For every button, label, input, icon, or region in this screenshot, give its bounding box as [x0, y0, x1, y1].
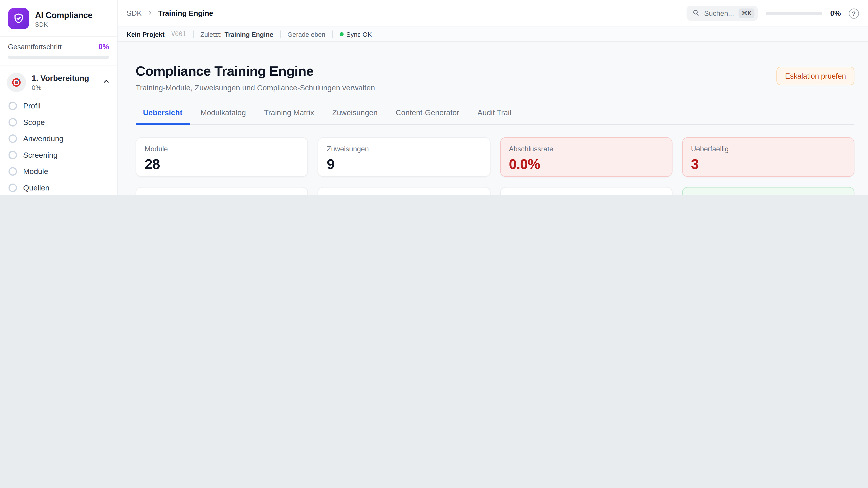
radio-circle-icon — [8, 184, 17, 192]
tab-training-matrix[interactable]: Training Matrix — [256, 103, 321, 125]
radio-circle-icon — [8, 134, 17, 143]
sync-ok-dot-icon — [340, 32, 344, 36]
shield-check-icon — [8, 8, 29, 29]
check-escalation-button[interactable]: Eskalation pruefen — [777, 67, 855, 86]
stat-card-in-bearbeitung: In Bearbeitung 0 — [318, 187, 490, 195]
header-progress-value: 0% — [830, 9, 841, 18]
page-content: Compliance Training Engine Training-Modu… — [118, 42, 868, 195]
sync-status: Sync OK — [340, 31, 372, 37]
app-window: AI Compliance SDK Gesamtfortschritt 0% — [0, 0, 868, 195]
sidebar-item-module[interactable]: Module — [0, 163, 117, 180]
page-subtitle: Training-Module, Zuweisungen und Complia… — [135, 84, 375, 92]
radio-circle-icon — [8, 167, 17, 176]
search-input[interactable]: Suchen... ⌘K — [687, 6, 758, 21]
tab-zuweisungen[interactable]: Zuweisungen — [325, 103, 385, 125]
last-updated: Gerade eben — [287, 31, 325, 37]
tab-uebersicht[interactable]: Uebersicht — [135, 103, 190, 125]
stat-card-ueberfaellig: Ueberfaellig 3 — [682, 137, 855, 176]
page-title: Compliance Training Engine — [135, 63, 375, 79]
tab-bar: Uebersicht Modulkatalog Training Matrix … — [135, 103, 855, 125]
radio-circle-icon — [8, 102, 17, 110]
topbar: SDK Training Engine Suchen... ⌘K 0% — [118, 0, 868, 27]
section-percent: 0% — [32, 84, 97, 92]
status-bar: Kein Projekt V001 Zuletzt: Training Engi… — [118, 27, 868, 42]
sidebar-item-profil[interactable]: Profil — [0, 98, 117, 114]
stat-card-module: Module 28 — [135, 137, 308, 176]
topbar-right: Suchen... ⌘K 0% ? — [687, 6, 859, 21]
stat-card-avg-quiz-score: Avg. Quiz-Score 0.0% — [500, 187, 672, 195]
app-title-block: AI Compliance SDK — [35, 10, 92, 28]
stat-card-zuweisungen: Zuweisungen 9 — [318, 137, 490, 176]
divider — [332, 31, 333, 38]
version-tag: V001 — [171, 31, 186, 38]
search-placeholder: Suchen... — [704, 9, 734, 17]
overall-progress-track — [8, 56, 109, 59]
breadcrumb: SDK Training Engine — [127, 9, 213, 18]
breadcrumb-current: Training Engine — [158, 9, 213, 18]
sidebar-item-screening[interactable]: Screening — [0, 147, 117, 163]
sidebar-nav: 1. Vorbereitung 0% Profil Scope Anwendun… — [0, 66, 117, 195]
sidebar-item-anwendung[interactable]: Anwendung — [0, 131, 117, 147]
sidebar: AI Compliance SDK Gesamtfortschritt 0% — [0, 0, 118, 195]
overall-progress-label: Gesamtfortschritt — [8, 43, 62, 51]
radio-circle-icon — [8, 118, 17, 127]
divider — [280, 31, 281, 38]
target-icon — [7, 73, 26, 92]
section-label: 1. Vorbereitung — [32, 73, 97, 83]
chevron-up-icon — [102, 77, 110, 88]
sidebar-section-vorbereitung: 1. Vorbereitung 0% Profil Scope Anwendun… — [0, 66, 117, 195]
sidebar-subitems-vorbereitung: Profil Scope Anwendung Screening Module … — [0, 97, 117, 195]
breadcrumb-root[interactable]: SDK — [127, 9, 142, 18]
help-icon[interactable]: ? — [849, 8, 859, 18]
stat-card-deadlines-7d: Deadlines (7d) 0 — [682, 187, 855, 195]
last-module: Zuletzt: Training Engine — [200, 31, 273, 37]
stat-card-abschlussrate: Abschlussrate 0.0% — [500, 137, 672, 176]
tab-modulkatalog[interactable]: Modulkatalog — [193, 103, 253, 125]
app-logo-row: AI Compliance SDK — [0, 0, 117, 36]
divider — [193, 31, 194, 38]
app-name: AI Compliance — [35, 10, 92, 20]
stat-card-ausstehend: Ausstehend 9 — [135, 187, 308, 195]
project-name: Kein Projekt — [127, 31, 164, 37]
tab-content-generator[interactable]: Content-Generator — [388, 103, 467, 125]
header-progress-track — [766, 11, 822, 15]
stats-grid: Module 28 Zuweisungen 9 Abschlussrate 0.… — [135, 137, 855, 195]
overall-progress: Gesamtfortschritt 0% — [0, 36, 117, 66]
main-area: SDK Training Engine Suchen... ⌘K 0% — [118, 0, 868, 195]
tab-audit-trail[interactable]: Audit Trail — [470, 103, 519, 125]
search-shortcut-kbd: ⌘K — [739, 8, 754, 18]
sidebar-section-header-vorbereitung[interactable]: 1. Vorbereitung 0% — [0, 68, 117, 97]
app-subtitle: SDK — [35, 21, 92, 27]
page-header: Compliance Training Engine Training-Modu… — [135, 63, 855, 92]
sidebar-item-quellen[interactable]: Quellen — [0, 180, 117, 195]
overall-progress-value: 0% — [98, 42, 109, 51]
search-icon — [692, 8, 700, 18]
chevron-right-icon — [147, 9, 153, 18]
sidebar-item-scope[interactable]: Scope — [0, 114, 117, 131]
radio-circle-icon — [8, 151, 17, 160]
